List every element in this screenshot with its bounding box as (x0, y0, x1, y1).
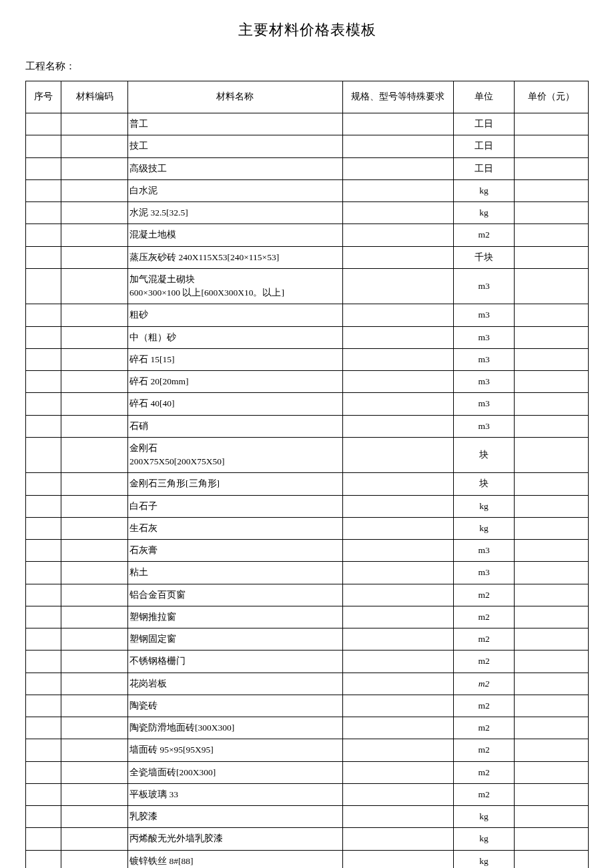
cell-name: 金刚石200X75X50[200X75X50] (128, 437, 343, 473)
header-price: 单价（元） (515, 81, 589, 113)
cell-seq (26, 783, 61, 805)
cell-spec (342, 628, 453, 650)
cell-price (515, 348, 589, 370)
cell-name: 碎石 40[40] (128, 393, 343, 415)
cell-code (61, 224, 128, 246)
cell-name: 陶瓷防滑地面砖[300X300] (128, 717, 343, 739)
cell-unit: m2 (454, 695, 515, 717)
table-row: 乳胶漆kg (26, 806, 589, 828)
cell-code (61, 473, 128, 495)
cell-price (515, 650, 589, 673)
cell-seq (26, 562, 61, 584)
cell-code (61, 304, 128, 326)
cell-seq (26, 326, 61, 348)
cell-unit: kg (454, 495, 515, 517)
cell-seq (26, 495, 61, 517)
table-row: 生石灰kg (26, 517, 589, 539)
cell-unit: m3 (454, 540, 515, 562)
cell-code (61, 135, 128, 157)
cell-spec (342, 415, 453, 437)
header-unit: 单位 (454, 81, 515, 113)
cell-unit: 工日 (454, 157, 515, 179)
cell-seq (26, 850, 61, 868)
cell-seq (26, 371, 61, 393)
header-seq: 序号 (26, 81, 61, 113)
cell-price (515, 739, 589, 761)
cell-code (61, 695, 128, 717)
table-row: 花岗岩板m2 (26, 673, 589, 695)
cell-unit: m3 (454, 393, 515, 415)
cell-spec (342, 224, 453, 246)
cell-name: 普工 (128, 113, 343, 135)
cell-spec (342, 326, 453, 348)
cell-unit: m3 (454, 415, 515, 437)
cell-seq (26, 828, 61, 850)
cell-code (61, 326, 128, 348)
cell-spec (342, 828, 453, 850)
cell-spec (342, 695, 453, 717)
cell-spec (342, 783, 453, 805)
cell-spec (342, 673, 453, 695)
table-row: 中（粗）砂m3 (26, 326, 589, 348)
header-name: 材料名称 (128, 81, 343, 113)
cell-unit: m2 (454, 224, 515, 246)
cell-unit: m2 (454, 584, 515, 606)
cell-price (515, 113, 589, 135)
cell-unit: kg (454, 517, 515, 539)
cell-code (61, 606, 128, 628)
cell-name: 粘土 (128, 562, 343, 584)
header-code: 材料编码 (61, 81, 128, 113)
cell-price (515, 540, 589, 562)
cell-code (61, 650, 128, 673)
cell-unit: m3 (454, 562, 515, 584)
cell-spec (342, 348, 453, 370)
cell-price (515, 304, 589, 326)
cell-unit: kg (454, 179, 515, 201)
cell-name: 蒸压灰砂砖 240X115X53[240×115×53] (128, 246, 343, 268)
cell-unit: m3 (454, 268, 515, 304)
cell-code (61, 540, 128, 562)
table-row: 高级技工工日 (26, 157, 589, 179)
cell-seq (26, 673, 61, 695)
cell-spec (342, 562, 453, 584)
cell-code (61, 717, 128, 739)
cell-code (61, 628, 128, 650)
cell-name: 不锈钢格栅门 (128, 650, 343, 673)
cell-seq (26, 224, 61, 246)
cell-seq (26, 135, 61, 157)
cell-spec (342, 393, 453, 415)
cell-price (515, 695, 589, 717)
cell-name: 镀锌铁丝 8#[88] (128, 850, 343, 868)
cell-unit: m3 (454, 326, 515, 348)
cell-spec (342, 850, 453, 868)
table-row: 普工工日 (26, 113, 589, 135)
cell-code (61, 437, 128, 473)
cell-seq (26, 113, 61, 135)
cell-spec (342, 135, 453, 157)
cell-spec (342, 717, 453, 739)
cell-price (515, 246, 589, 268)
cell-seq (26, 202, 61, 224)
table-row: 不锈钢格栅门m2 (26, 650, 589, 673)
table-row: 塑钢固定窗m2 (26, 628, 589, 650)
table-row: 碎石 15[15]m3 (26, 348, 589, 370)
cell-seq (26, 246, 61, 268)
cell-unit: 工日 (454, 135, 515, 157)
cell-unit: m3 (454, 304, 515, 326)
cell-name: 混凝土地模 (128, 224, 343, 246)
cell-seq (26, 739, 61, 761)
table-header-row: 序号 材料编码 材料名称 规格、型号等特殊要求 单位 单价（元） (26, 81, 589, 113)
cell-price (515, 179, 589, 201)
cell-code (61, 739, 128, 761)
cell-code (61, 157, 128, 179)
cell-spec (342, 517, 453, 539)
cell-price (515, 761, 589, 783)
cell-seq (26, 761, 61, 783)
cell-code (61, 393, 128, 415)
cell-unit: 千块 (454, 246, 515, 268)
cell-name: 中（粗）砂 (128, 326, 343, 348)
cell-code (61, 246, 128, 268)
cell-seq (26, 268, 61, 304)
cell-spec (342, 437, 453, 473)
cell-code (61, 371, 128, 393)
